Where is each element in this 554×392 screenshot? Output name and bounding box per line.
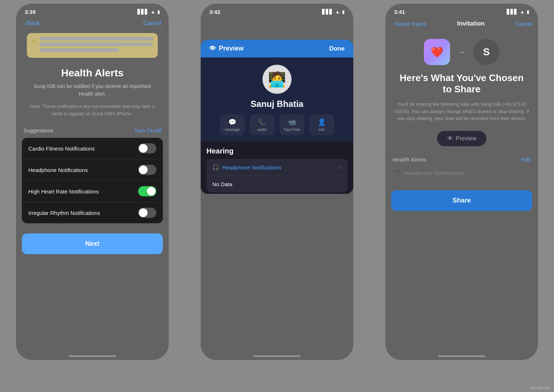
toggle-knob-rhythm	[139, 208, 148, 217]
message-button[interactable]: 💬 message	[220, 114, 245, 135]
headphone-label: 🎧 Headphone Notifications	[212, 164, 281, 171]
info-icon: 👤	[318, 118, 326, 126]
suggestions-header: Suggestions Turn On All	[16, 124, 169, 136]
home-indicator-1	[16, 348, 169, 360]
health-alerts-note: Note: These notifications are not immedi…	[27, 103, 158, 117]
hearing-card: 🎧 Headphone Notifications › No Data	[206, 159, 348, 192]
toggle-label-rhythm: Irregular Rhythm Notifications	[28, 210, 100, 216]
health-alerts-title: Health Alerts	[23, 67, 161, 79]
toggle-switch-headphone[interactable]	[138, 165, 156, 175]
home-bar-2	[253, 355, 301, 357]
message-label: message	[225, 128, 240, 132]
health-alerts-header: Health Alerts Edit	[393, 156, 531, 163]
phone-screen-3: 3:41 ▋▋▋ ▲ ▮ ‹ Select Topics Invitation …	[385, 4, 538, 360]
toggle-item-heart-rate: High Heart Rate Notifications	[22, 181, 163, 202]
notif-line-2	[40, 43, 153, 46]
toggle-switch-rhythm[interactable]	[138, 208, 156, 218]
preview-button[interactable]: 👁 Preview	[437, 131, 487, 146]
toggle-switch-cardio[interactable]	[138, 143, 156, 153]
ear-icon: 🎧	[393, 169, 401, 177]
signal-icon: ▋▋▋	[137, 9, 148, 15]
back-chevron-icon: ‹	[23, 20, 25, 27]
info-button[interactable]: 👤 info	[309, 114, 334, 135]
hearing-title: Hearing	[206, 147, 348, 155]
status-icons-2: ▋▋▋ ▲ ▮	[322, 9, 345, 15]
share-button[interactable]: Share	[391, 190, 532, 211]
phone-screen-2: 3:42 ▋▋▋ ▲ ▮ 👁 Preview Done 🧑‍💻 Sanuj Bh…	[201, 4, 353, 360]
arrow-icon: →	[457, 47, 466, 57]
health-alerts-section-label: Health Alerts	[393, 156, 426, 163]
home-bar-3	[438, 355, 485, 357]
toggle-item-cardio: Cardio Fitness Notifications	[22, 138, 163, 159]
phone-screen-1: 3:39 ▋▋▋ ▲ ▮ ‹ Back Cancel ⚠ ✕	[16, 4, 169, 360]
toggle-knob-heart-rate	[147, 187, 156, 196]
back-chevron-icon-3: ‹	[391, 21, 393, 27]
signal-icon-3: ▋▋▋	[507, 9, 518, 15]
hearing-section: Hearing 🎧 Headphone Notifications › No D…	[201, 141, 353, 194]
watermark: deuag.com	[531, 385, 550, 390]
panel3-nav: ‹ Select Topics Invitation Cancel	[385, 18, 538, 30]
hearing-icon: 🎧	[212, 164, 219, 171]
home-indicator-3	[385, 348, 538, 360]
home-bar-1	[69, 355, 116, 357]
home-indicator-2	[201, 348, 353, 360]
suggestions-label: Suggestions	[23, 127, 53, 133]
panel-hearing: 3:42 ▋▋▋ ▲ ▮ 👁 Preview Done 🧑‍💻 Sanuj Bh…	[185, 0, 369, 392]
contact-section: 🧑‍💻 Sanuj Bhatia 💬 message 📞 audio 📹 Fac…	[201, 57, 353, 141]
signal-icon-2: ▋▋▋	[322, 9, 333, 15]
cancel-button-1[interactable]: Cancel	[143, 20, 161, 27]
status-bar-1: 3:39 ▋▋▋ ▲ ▮	[16, 4, 169, 18]
audio-button[interactable]: 📞 audio	[250, 114, 274, 135]
close-icon[interactable]: ✕	[150, 36, 154, 42]
select-topics-back[interactable]: ‹ Select Topics	[391, 21, 426, 27]
notification-card: ⚠ ✕	[27, 33, 158, 58]
battery-icon: ▮	[157, 9, 160, 15]
status-icons-3: ▋▋▋ ▲ ▮	[507, 9, 529, 15]
toggle-knob-headphone	[139, 165, 148, 174]
recipient-avatar: S	[473, 39, 499, 65]
toggle-knob-cardio	[139, 144, 148, 153]
wifi-icon-2: ▲	[335, 9, 340, 15]
eye-icon: 👁	[209, 45, 216, 52]
next-button[interactable]: Next	[22, 233, 163, 254]
share-heading: Here's What You've Chosen to Share	[394, 72, 529, 95]
status-bar-2: 3:42 ▋▋▋ ▲ ▮	[201, 4, 353, 18]
action-buttons: 💬 message 📞 audio 📹 FaceTime 👤 info	[220, 114, 334, 135]
eye-icon-3: 👁	[447, 135, 453, 142]
audio-icon: 📞	[258, 118, 266, 126]
headphone-notifications-row[interactable]: 🎧 Headphone Notifications ›	[206, 159, 348, 176]
facetime-button[interactable]: 📹 FaceTime	[280, 114, 304, 135]
preview-card: 👁 Preview Done 🧑‍💻 Sanuj Bhatia 💬 messag…	[201, 40, 353, 194]
wifi-icon-3: ▲	[520, 9, 525, 15]
notif-line-3	[40, 48, 119, 52]
turn-on-all-button[interactable]: Turn On All	[135, 127, 161, 133]
message-icon: 💬	[228, 118, 236, 126]
facetime-icon: 📹	[288, 118, 296, 126]
warning-icon: ⚠	[32, 37, 37, 43]
battery-icon-3: ▮	[527, 9, 529, 15]
headphone-notifications-item: 🎧 Headphone Notifications	[393, 166, 531, 180]
back-button[interactable]: ‹ Back	[23, 20, 40, 27]
edit-button[interactable]: Edit	[521, 156, 531, 163]
status-time-2: 3:42	[209, 9, 220, 15]
audio-label: audio	[258, 128, 266, 132]
panel-invitation: 3:41 ▋▋▋ ▲ ▮ ‹ Select Topics Invitation …	[369, 0, 554, 392]
status-bar-3: 3:41 ▋▋▋ ▲ ▮	[385, 4, 538, 18]
status-icons-1: ▋▋▋ ▲ ▮	[137, 9, 160, 15]
toggle-list: Cardio Fitness Notifications Headphone N…	[22, 138, 163, 223]
health-icon-box: ❤️	[424, 39, 450, 65]
facetime-label: FaceTime	[284, 128, 300, 132]
nav-bar-1: ‹ Back Cancel	[16, 18, 169, 29]
preview-header: 👁 Preview Done	[201, 40, 353, 57]
done-button[interactable]: Done	[329, 45, 345, 52]
toggle-switch-heart-rate[interactable]	[138, 186, 156, 196]
preview-title: 👁 Preview	[209, 45, 244, 52]
notif-line-1	[40, 37, 153, 40]
cancel-button-3[interactable]: Cancel	[515, 21, 532, 27]
invitation-title: Invitation	[457, 20, 485, 27]
no-data-label: No Data	[206, 176, 348, 192]
chevron-right-icon: ›	[340, 164, 342, 170]
status-time-1: 3:39	[25, 9, 36, 15]
health-alerts-section: Health Alerts Edit 🎧 Headphone Notificat…	[385, 156, 538, 180]
notif-lines	[40, 37, 153, 54]
